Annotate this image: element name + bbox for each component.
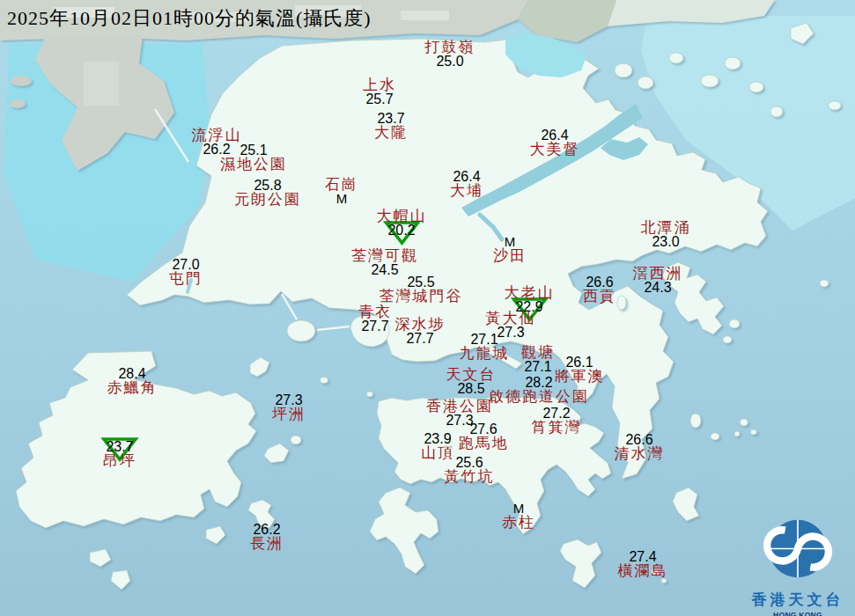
station-temperature: 28.4 [107,367,158,380]
weather-station: 23.7昂坪 [103,440,136,468]
hko-logo: 香港天文台 HONG KONG OBSERVATORY [747,514,849,616]
station-name: 觀塘 [521,345,555,360]
station-name: 大老山 [505,285,555,300]
weather-station: 荃灣可觀24.5 [351,248,418,276]
station-name: 大隴 [374,125,408,140]
station-temperature: 26.4 [450,170,483,183]
weather-station: 打鼓嶺25.0 [425,40,475,68]
station-name: 滘西洲 [633,266,683,281]
station-temperature: 25.6 [445,456,495,469]
weather-station: 滘西洲24.3 [633,266,683,294]
station-temperature: 27.2 [532,407,582,420]
weather-station: 28.2啟德跑道公園 [489,376,589,404]
weather-station: 上水25.7 [363,77,396,106]
station-missing-data: M [325,192,358,205]
station-temperature: 20.2 [377,224,427,237]
station-temperature: 26.6 [583,275,616,289]
weather-station: 25.6黃竹坑 [445,456,495,484]
station-name: 跑馬地 [459,436,509,451]
station-temperature: 26.6 [615,433,665,446]
station-name: 荃灣可觀 [351,248,418,263]
weather-station: 北潭涌23.0 [641,220,691,248]
station-name: 打鼓嶺 [425,40,475,55]
station-temperature: 23.7 [103,440,136,453]
station-name: 流浮山 [192,128,242,143]
weather-station: 25.1濕地公園 [220,143,287,172]
weather-station: 28.4赤鱲角 [107,367,158,395]
station-temperature: 25.0 [425,55,475,68]
station-temperature: 27.4 [618,550,668,563]
hko-logo-icon [761,514,835,588]
weather-station: 23.7大隴 [374,112,408,140]
station-name: 青衣 [358,304,392,319]
station-temperature: 26.4 [530,128,580,142]
weather-station: 27.4橫瀾島 [618,550,668,578]
weather-station: 石崗M [325,177,358,205]
station-name: 石崗 [325,177,358,192]
station-temperature: 23.7 [374,112,408,125]
weather-station: 25.8元朗公園 [234,179,301,207]
weather-station: 觀塘27.1 [521,345,555,373]
station-name: 九龍城 [460,346,510,361]
station-name: 大美督 [530,142,580,157]
weather-station: 26.2長洲 [250,523,284,551]
station-name: 元朗公園 [234,192,301,207]
station-temperature: 27.7 [358,319,392,333]
station-temperature: 27.0 [169,258,203,271]
station-name: 北潭涌 [641,220,691,235]
station-temperature: 27.3 [272,393,306,407]
station-name: 荃灣城門谷 [380,289,463,304]
hko-logo-chinese: 香港天文台 [747,590,849,610]
station-name: 西貢 [583,289,616,304]
weather-station: 27.1九龍城 [460,333,510,361]
station-name: 坪洲 [272,407,306,422]
station-name: 黃竹坑 [445,469,495,484]
station-name: 屯門 [169,271,203,286]
station-name: 橫瀾島 [618,563,668,578]
station-name: 赤柱 [502,515,535,530]
station-name: 深水埗 [395,317,446,332]
station-name: 清水灣 [615,446,665,461]
station-temperature: 26.1 [555,356,605,369]
weather-station: 青衣27.7 [358,304,392,333]
weather-station: 26.4大埔 [450,170,483,198]
weather-station: 27.0屯門 [169,258,203,286]
station-temperature: 27.1 [460,333,510,346]
station-name: 昂坪 [103,453,136,468]
weather-station: M沙田 [493,235,527,263]
hko-logo-english: HONG KONG OBSERVATORY [747,611,849,616]
station-temperature: 25.1 [220,143,287,157]
station-missing-data: M [493,235,527,248]
station-temperature: 26.2 [250,523,284,536]
weather-station: 26.6西貢 [583,275,616,304]
station-name: 啟德跑道公園 [489,389,589,404]
weather-station: 大帽山20.2 [377,209,427,237]
station-temperature: 25.5 [380,275,463,289]
station-name: 濕地公園 [220,157,287,172]
weather-map-canvas: 打鼓嶺25.0上水25.723.7大隴26.4大美督流浮山26.225.1濕地公… [0,0,855,616]
station-name: 黃大仙 [486,311,536,326]
weather-station: 25.5荃灣城門谷 [380,275,463,304]
weather-station: 27.6跑馬地 [459,422,509,451]
weather-station: 深水埗27.7 [395,317,446,345]
station-temperature: 25.7 [363,92,396,106]
station-temperature: 23.0 [641,235,691,248]
station-name: 大埔 [450,183,483,198]
station-temperature: 27.1 [521,360,555,373]
station-name: 上水 [363,77,396,92]
weather-station: 27.3坪洲 [272,393,306,422]
station-missing-data: M [502,502,535,515]
weather-station: 27.2筲箕灣 [532,407,582,435]
station-temperature: 28.2 [489,376,589,389]
weather-station: M赤柱 [502,502,535,530]
station-temperature: 24.3 [633,281,683,294]
weather-station: 26.6清水灣 [615,433,665,461]
station-temperature: 27.7 [395,332,446,345]
weather-station: 26.4大美督 [530,128,580,157]
station-name: 香港公園 [426,399,493,414]
station-name: 筲箕灣 [532,420,582,435]
station-name: 長洲 [250,536,284,551]
station-name: 大帽山 [377,209,427,224]
stations-layer: 打鼓嶺25.0上水25.723.7大隴26.4大美督流浮山26.225.1濕地公… [0,0,855,616]
station-name: 赤鱲角 [107,380,158,395]
